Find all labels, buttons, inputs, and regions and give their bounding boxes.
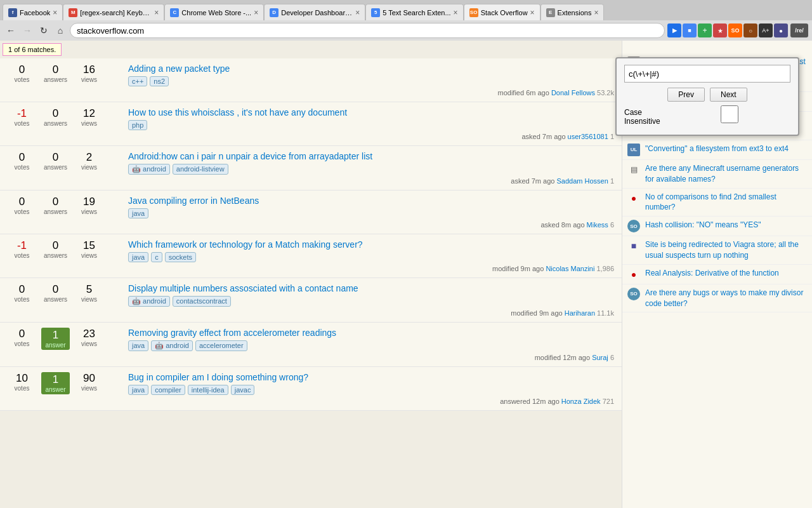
question-title[interactable]: Removing gravity effect from acceleromet… bbox=[128, 328, 614, 338]
prev-button[interactable]: Prev bbox=[667, 88, 705, 102]
view-count: 16 views bbox=[75, 64, 103, 83]
question-title[interactable]: Display multiple numbers assosciated wit… bbox=[128, 283, 614, 293]
view-count: 2 views bbox=[75, 151, 103, 171]
address-input[interactable] bbox=[70, 23, 665, 38]
question-title[interactable]: Which framework or technology for a Matc… bbox=[128, 239, 614, 250]
case-insensitive-row: Case Insensitive bbox=[624, 105, 790, 128]
question-tag[interactable]: java bbox=[128, 340, 148, 351]
question-user[interactable]: Nicolas Manzini bbox=[546, 265, 594, 272]
question-item: 0 votes 0 answers 5 views Display multip… bbox=[0, 278, 622, 323]
answer-count: 0 answers bbox=[41, 196, 70, 215]
question-tag[interactable]: 🤖 android bbox=[151, 340, 193, 351]
ext-icon-2[interactable]: ■ bbox=[683, 23, 697, 37]
sidebar-icon: ▤ bbox=[627, 163, 640, 176]
question-body: Which framework or technology for a Matc… bbox=[128, 239, 614, 272]
ext-icon-3[interactable]: + bbox=[698, 23, 712, 37]
vote-count: 0 votes bbox=[8, 151, 36, 171]
answer-count: 0 answers bbox=[41, 64, 70, 83]
question-user[interactable]: user3561081 bbox=[568, 133, 608, 140]
vote-count: 10 votes bbox=[8, 372, 36, 392]
question-tag[interactable]: javac bbox=[231, 385, 255, 395]
question-tag[interactable]: 🤖 android bbox=[128, 164, 170, 175]
vote-count: -1 votes bbox=[8, 239, 36, 259]
ext-icon-1[interactable]: ▶ bbox=[667, 23, 681, 37]
re-icon[interactable]: /re/ bbox=[790, 23, 808, 37]
answer-count: 0 answers bbox=[41, 107, 70, 127]
question-user[interactable]: Hariharan bbox=[565, 309, 595, 317]
question-tag[interactable]: contactscontract bbox=[173, 296, 231, 307]
answer-count: 0 answers bbox=[41, 151, 70, 171]
question-user[interactable]: Saddam Hossen bbox=[556, 177, 608, 185]
question-tag[interactable]: sockets bbox=[165, 252, 196, 262]
back-button[interactable]: ← bbox=[4, 23, 18, 37]
browser-tab[interactable]: E Extensions × bbox=[540, 4, 605, 20]
next-button[interactable]: Next bbox=[710, 88, 747, 102]
question-meta: asked 8m ago Mikess 6 bbox=[128, 221, 614, 229]
ext-icon-7[interactable]: A+ bbox=[759, 23, 773, 37]
question-meta: asked 7m ago user3561081 1 bbox=[128, 133, 614, 140]
sidebar-item[interactable]: SOAre there any bugs or ways to make my … bbox=[622, 284, 812, 313]
reload-button[interactable]: ↻ bbox=[37, 23, 51, 37]
home-button[interactable]: ⌂ bbox=[53, 23, 67, 37]
sidebar-item[interactable]: ■Site is being redirected to Viagra stor… bbox=[622, 236, 812, 265]
address-bar-row: ← → ↻ ⌂ ▶ ■ + ★ SO ○ A+ ● /re/ bbox=[0, 20, 812, 41]
ext-icon-8[interactable]: ● bbox=[774, 23, 788, 37]
browser-tab[interactable]: SO Stack Overflow × bbox=[464, 4, 540, 20]
question-tag[interactable]: c bbox=[151, 252, 162, 262]
question-user[interactable]: Honza Zidek bbox=[561, 398, 601, 405]
question-body: Bug in compiler am I doing something wro… bbox=[128, 372, 614, 405]
search-input[interactable] bbox=[624, 65, 790, 83]
browser-tab[interactable]: M [regex-search] Keybo... × bbox=[63, 4, 164, 20]
question-user[interactable]: Donal Fellows bbox=[551, 89, 595, 97]
browser-tab[interactable]: D Developer Dashboard... × bbox=[264, 4, 365, 20]
question-user[interactable]: Mikess bbox=[587, 221, 608, 229]
sidebar-item[interactable]: ●No of comparisons to find 2nd smallest … bbox=[622, 189, 812, 217]
sidebar-item[interactable]: UL"Converting" a filesystem from ext3 to… bbox=[622, 140, 812, 160]
view-count: 19 views bbox=[75, 196, 103, 215]
question-stats: -1 votes 0 answers 15 views bbox=[8, 239, 122, 259]
sidebar-link: Are there any bugs or ways to make my di… bbox=[645, 288, 807, 309]
question-title[interactable]: Adding a new packet type bbox=[128, 64, 614, 74]
user-rep: 53.2k bbox=[597, 89, 614, 97]
question-tag[interactable]: ns2 bbox=[150, 76, 169, 86]
view-count: 90 views bbox=[75, 372, 103, 392]
question-title[interactable]: Bug in compiler am I doing something wro… bbox=[128, 372, 614, 382]
view-count: 12 views bbox=[75, 107, 103, 127]
ext-icon-5[interactable]: SO bbox=[728, 23, 742, 37]
ext-icon-6[interactable]: ○ bbox=[743, 23, 757, 37]
case-insensitive-label: Case Insensitive bbox=[624, 108, 665, 126]
question-list: 0 votes 0 answers 16 views Adding a new … bbox=[0, 58, 622, 411]
question-body: Android:how can i pair n unpair a device… bbox=[128, 151, 614, 185]
question-tag[interactable]: php bbox=[128, 120, 147, 130]
question-tags: 🤖 androidcontactscontract bbox=[128, 296, 614, 307]
question-tag[interactable]: java bbox=[128, 252, 148, 262]
case-insensitive-checkbox[interactable] bbox=[669, 105, 790, 123]
sidebar-item[interactable]: ▤Are there any Minecraft username genera… bbox=[622, 160, 812, 189]
question-tag[interactable]: intellij-idea bbox=[188, 385, 228, 395]
sidebar-icon: ● bbox=[627, 268, 640, 281]
browser-tab[interactable]: C Chrome Web Store -... × bbox=[164, 4, 264, 20]
question-user[interactable]: Suraj bbox=[592, 354, 608, 361]
question-title[interactable]: Java compiling error in NetBeans bbox=[128, 196, 614, 206]
question-meta: modified 6m ago Donal Fellows 53.2k bbox=[128, 89, 614, 97]
browser-tab[interactable]: 5 5 Text Search Exten... × bbox=[365, 4, 463, 20]
question-stats: 0 votes 1 answer 23 views bbox=[8, 328, 122, 350]
question-tag[interactable]: accelerometer bbox=[195, 340, 247, 351]
user-rep: 1 bbox=[610, 133, 614, 140]
question-tag[interactable]: java bbox=[128, 208, 148, 218]
question-tag[interactable]: java bbox=[128, 385, 148, 395]
question-tag[interactable]: android-listview bbox=[173, 164, 228, 175]
forward-button[interactable]: → bbox=[20, 23, 34, 37]
question-tag[interactable]: c++ bbox=[128, 76, 147, 86]
sidebar-item[interactable]: SOHash collision: "NO" means "YES" bbox=[622, 217, 812, 236]
browser-tab[interactable]: f Facebook × bbox=[3, 4, 63, 20]
question-stats: 0 votes 0 answers 19 views bbox=[8, 196, 122, 215]
question-title[interactable]: How to use this whoisclass , it's not ha… bbox=[128, 107, 614, 117]
question-title[interactable]: Android:how can i pair n unpair a device… bbox=[128, 151, 614, 161]
question-tag[interactable]: 🤖 android bbox=[128, 296, 170, 307]
browser-chrome: f Facebook × M [regex-search] Keybo... ×… bbox=[0, 0, 812, 41]
ext-icon-4[interactable]: ★ bbox=[713, 23, 727, 37]
user-rep: 721 bbox=[603, 398, 614, 405]
question-tag[interactable]: compiler bbox=[151, 385, 185, 395]
sidebar-item[interactable]: ●Real Analysis: Derivative of the functi… bbox=[622, 265, 812, 284]
